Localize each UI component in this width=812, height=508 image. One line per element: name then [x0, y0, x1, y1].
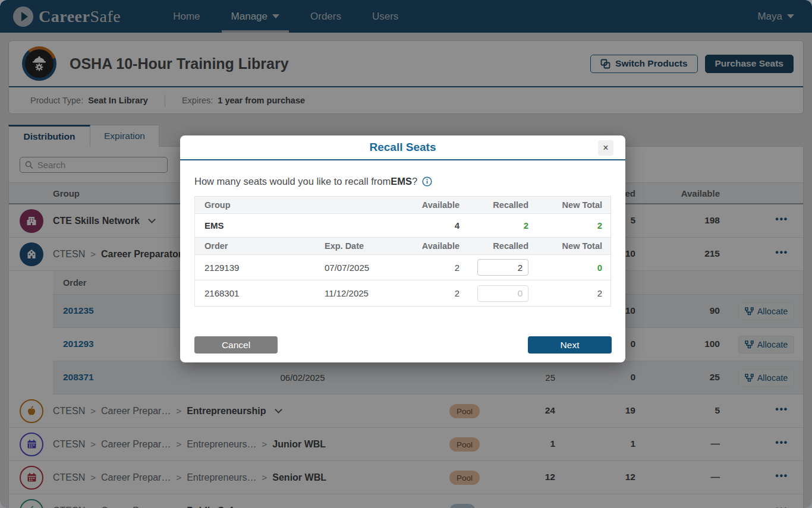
available-column-header: Available: [391, 241, 459, 251]
group-summary-row: EMS 4 2 2: [195, 214, 610, 238]
recall-table: Group Available Recalled New Total EMS 4…: [194, 196, 611, 307]
info-icon[interactable]: [422, 176, 432, 187]
new-total-column-header: New Total: [528, 241, 612, 251]
recall-seats-modal: Recall Seats × How many seats would you …: [180, 135, 625, 362]
order-new-total: 2: [528, 288, 612, 298]
recalled-column-header: Recalled: [459, 200, 528, 210]
group-header-row: Group Available Recalled New Total: [195, 197, 610, 214]
app-window: CareerSafe Home Manage Orders Users Maya: [0, 0, 812, 508]
order-available: 2: [391, 263, 459, 273]
order-exp-date: 11/12/2025: [325, 288, 391, 298]
order-number: 2168301: [195, 288, 325, 298]
order-column-header: Order: [195, 241, 325, 251]
order-exp-date: 07/07/2025: [325, 263, 391, 273]
recalled-input[interactable]: [477, 259, 528, 276]
group-recalled: 2: [459, 220, 528, 231]
modal-title: Recall Seats: [370, 141, 436, 154]
order-available: 2: [391, 288, 459, 298]
exp-date-column-header: Exp. Date: [325, 241, 391, 251]
close-button[interactable]: ×: [598, 140, 613, 156]
close-icon: ×: [603, 143, 608, 153]
group-column-header: Group: [195, 200, 391, 210]
group-available: 4: [391, 220, 459, 231]
cancel-button[interactable]: Cancel: [194, 336, 278, 354]
new-total-column-header: New Total: [528, 200, 612, 210]
recall-order-row: 2168301 11/12/2025 2 2: [195, 280, 610, 306]
recalled-column-header: Recalled: [459, 241, 528, 251]
next-button[interactable]: Next: [528, 336, 612, 354]
recall-order-row: 2129139 07/07/2025 2 0: [195, 255, 610, 280]
recall-question: How many seats would you like to recall …: [194, 176, 611, 187]
order-number: 2129139: [195, 263, 325, 273]
available-column-header: Available: [391, 200, 459, 210]
group-name: EMS: [195, 220, 391, 231]
recalled-input[interactable]: [477, 285, 528, 302]
group-new-total: 2: [528, 220, 612, 231]
order-header-row: Order Exp. Date Available Recalled New T…: [195, 238, 610, 255]
order-new-total: 0: [528, 263, 612, 273]
